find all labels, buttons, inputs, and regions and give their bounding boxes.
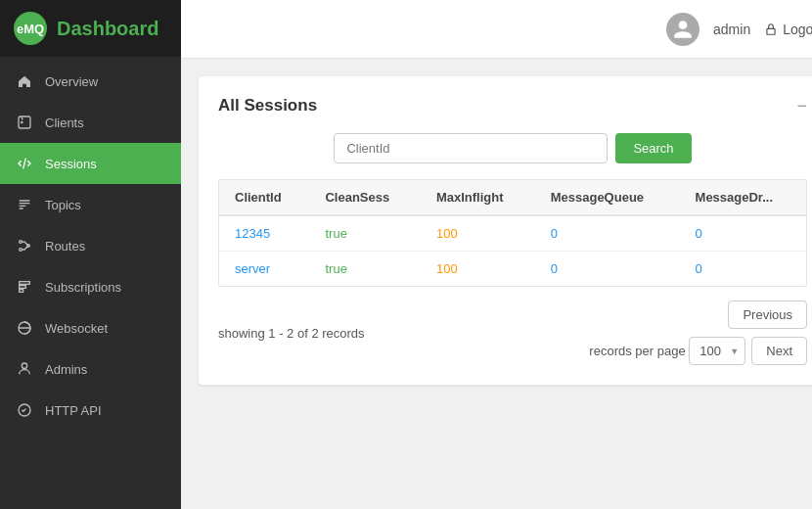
pagination-info: showing 1 - 2 of 2 records [218,326,365,341]
cell-clientid: server [219,252,309,287]
clients-icon [16,114,33,131]
cell-cleansess: true [309,252,420,287]
sidebar-item-routes[interactable]: Routes [0,225,181,266]
main-area: admin Logout All Sessions − Search [181,0,812,509]
sidebar-item-label: HTTP API [45,403,102,418]
sidebar-item-clients[interactable]: Clients [0,102,181,143]
sidebar-item-label: Overview [45,74,98,89]
sidebar-item-label: Routes [45,239,85,254]
sidebar-item-sessions[interactable]: Sessions [0,143,181,184]
client-link[interactable]: 12345 [235,226,270,241]
sidebar-nav: Overview Clients Sessions Topics Routes [0,61,181,431]
sidebar-item-subscriptions[interactable]: Subscriptions [0,266,181,307]
client-link[interactable]: server [235,261,270,276]
cell-clientid: 12345 [219,215,309,252]
username-label: admin [713,22,750,37]
search-input[interactable] [334,133,608,163]
cell-cleansess: true [309,215,420,252]
sidebar-item-overview[interactable]: Overview [0,61,181,102]
sidebar: eMQ Dashboard Overview Clients Sessions [0,0,181,509]
subscriptions-icon [16,278,33,296]
col-clientid: ClientId [219,180,309,215]
sidebar-item-label: Clients [45,116,84,130]
logout-label: Logout [783,22,812,37]
records-per-page-select[interactable]: 100 10 25 50 [689,337,745,365]
next-button[interactable]: Next [751,337,807,365]
cell-messagedr: 0 [680,215,806,252]
svg-point-3 [20,249,23,252]
col-messagequeue: MessageQueue [535,180,680,215]
logo-text: Dashboard [57,18,158,40]
pagination-controls: Previous records per page 100 10 25 50 [589,301,807,365]
sidebar-item-http-api[interactable]: HTTP API [0,390,181,431]
svg-point-1 [20,241,23,244]
admins-icon [16,360,33,378]
previous-button[interactable]: Previous [728,301,807,329]
search-button[interactable]: Search [615,133,691,163]
card-header: All Sessions − [218,96,807,116]
websocket-icon [16,319,33,337]
table-header-row: ClientId CleanSess MaxInflight MessageQu… [219,180,806,215]
minimize-button[interactable]: − [796,97,807,115]
lock-icon [764,23,778,36]
sidebar-logo: eMQ Dashboard [0,0,181,57]
logo-badge: eMQ [14,12,47,45]
sessions-table-wrapper: ClientId CleanSess MaxInflight MessageQu… [218,179,807,287]
cell-maxinflight: 100 [421,215,535,252]
col-cleansess: CleanSess [309,180,420,215]
topbar: admin Logout [181,0,812,59]
pagination: showing 1 - 2 of 2 records Previous reco… [218,301,807,365]
topics-icon [16,196,33,213]
sidebar-item-label: Sessions [45,157,97,171]
svg-point-5 [22,363,26,368]
cell-messagequeue: 0 [535,252,680,287]
svg-point-0 [22,121,23,122]
content-area: All Sessions − Search ClientId CleanSess… [181,59,812,509]
records-per-page-select-wrap: records per page 100 10 25 50 [589,337,745,365]
cell-maxinflight: 100 [421,252,535,287]
home-icon [16,72,33,90]
sidebar-item-admins[interactable]: Admins [0,348,181,390]
cell-messagedr: 0 [680,252,806,287]
sidebar-item-label: Websocket [45,321,108,336]
search-bar: Search [218,133,807,163]
table-row: 12345 true 100 0 0 [219,215,806,252]
sessions-icon [16,155,33,172]
svg-rect-7 [767,28,775,34]
sidebar-item-label: Admins [45,362,87,377]
sidebar-item-label: Subscriptions [45,280,121,295]
col-maxinflight: MaxInflight [421,180,535,215]
records-label: records per page [589,344,685,358]
sessions-table: ClientId CleanSess MaxInflight MessageQu… [219,180,806,286]
sidebar-item-label: Topics [45,198,81,212]
routes-icon [16,237,33,254]
card-title: All Sessions [218,96,317,116]
table-row: server true 100 0 0 [219,252,806,287]
avatar [666,13,699,46]
api-icon [16,401,33,419]
sessions-card: All Sessions − Search ClientId CleanSess… [199,76,812,385]
col-messagedr: MessageDr... [680,180,806,215]
cell-messagequeue: 0 [535,215,680,252]
sidebar-item-topics[interactable]: Topics [0,184,181,225]
logout-button[interactable]: Logout [764,22,812,37]
sidebar-item-websocket[interactable]: Websocket [0,307,181,348]
